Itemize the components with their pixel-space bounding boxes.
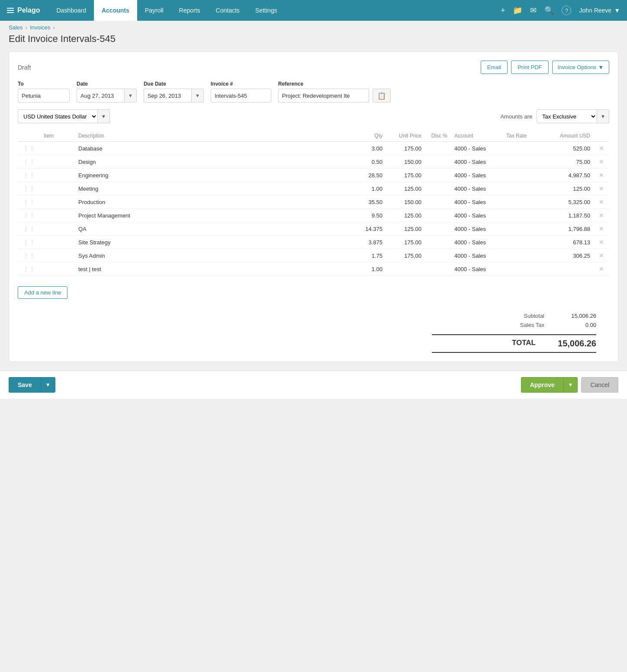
- disc-cell[interactable]: [425, 262, 451, 276]
- nav-item-payroll[interactable]: Payroll: [137, 0, 171, 21]
- currency-arrow[interactable]: ▼: [98, 109, 110, 123]
- account-cell[interactable]: 4000 - Sales: [451, 222, 503, 236]
- currency-select[interactable]: USD United States Dollar: [18, 109, 98, 123]
- unit-price-cell[interactable]: 125.00: [386, 209, 425, 222]
- nav-item-settings[interactable]: Settings: [248, 0, 285, 21]
- drag-handle-icon[interactable]: ⋮⋮: [21, 266, 37, 272]
- unit-price-cell[interactable]: [386, 262, 425, 276]
- account-cell[interactable]: 4000 - Sales: [451, 182, 503, 195]
- nav-item-contacts[interactable]: Contacts: [208, 0, 248, 21]
- folder-icon[interactable]: 📁: [513, 6, 522, 15]
- unit-price-cell[interactable]: 175.00: [386, 142, 425, 155]
- account-cell[interactable]: 4000 - Sales: [451, 195, 503, 209]
- disc-cell[interactable]: [425, 195, 451, 209]
- save-button[interactable]: Save: [9, 377, 41, 393]
- date-input[interactable]: [77, 89, 124, 102]
- item-cell[interactable]: [40, 222, 75, 236]
- breadcrumb-sales[interactable]: Sales: [9, 24, 23, 31]
- to-input[interactable]: [18, 89, 70, 102]
- unit-price-cell[interactable]: 125.00: [386, 182, 425, 195]
- delete-row-icon[interactable]: ✕: [597, 158, 606, 165]
- qty-cell[interactable]: 3.00: [356, 142, 386, 155]
- email-button[interactable]: Email: [481, 61, 508, 74]
- item-cell[interactable]: [40, 249, 75, 262]
- drag-handle-icon[interactable]: ⋮⋮: [21, 145, 37, 152]
- qty-cell[interactable]: 14.375: [356, 222, 386, 236]
- account-cell[interactable]: 4000 - Sales: [451, 262, 503, 276]
- approve-dropdown-button[interactable]: ▼: [563, 377, 578, 393]
- tax-rate-cell[interactable]: [503, 195, 546, 209]
- disc-cell[interactable]: [425, 222, 451, 236]
- disc-cell[interactable]: [425, 169, 451, 182]
- cancel-button[interactable]: Cancel: [581, 377, 618, 393]
- account-cell[interactable]: 4000 - Sales: [451, 142, 503, 155]
- account-cell[interactable]: 4000 - Sales: [451, 236, 503, 249]
- description-cell[interactable]: Meeting: [75, 182, 356, 195]
- item-cell[interactable]: [40, 236, 75, 249]
- unit-price-cell[interactable]: 175.00: [386, 169, 425, 182]
- drag-handle-icon[interactable]: ⋮⋮: [21, 212, 37, 219]
- description-cell[interactable]: Design: [75, 155, 356, 169]
- help-icon[interactable]: ?: [562, 6, 571, 15]
- drag-handle-icon[interactable]: ⋮⋮: [21, 225, 37, 232]
- qty-cell[interactable]: 1.00: [356, 262, 386, 276]
- amounts-arrow[interactable]: ▼: [597, 109, 609, 123]
- disc-cell[interactable]: [425, 209, 451, 222]
- app-logo[interactable]: Pelago: [7, 6, 40, 14]
- qty-cell[interactable]: 35.50: [356, 195, 386, 209]
- tax-rate-cell[interactable]: [503, 236, 546, 249]
- qty-cell[interactable]: 9.50: [356, 209, 386, 222]
- print-pdf-button[interactable]: Print PDF: [511, 61, 548, 74]
- description-cell[interactable]: QA: [75, 222, 356, 236]
- item-cell[interactable]: [40, 142, 75, 155]
- delete-row-icon[interactable]: ✕: [597, 239, 606, 246]
- nav-item-dashboard[interactable]: Dashboard: [48, 0, 94, 21]
- account-cell[interactable]: 4000 - Sales: [451, 155, 503, 169]
- qty-cell[interactable]: 28.50: [356, 169, 386, 182]
- copy-reference-btn[interactable]: 📋: [373, 89, 391, 102]
- tax-rate-cell[interactable]: [503, 169, 546, 182]
- tax-rate-cell[interactable]: [503, 182, 546, 195]
- tax-rate-cell[interactable]: [503, 155, 546, 169]
- approve-button[interactable]: Approve: [521, 377, 563, 393]
- search-icon[interactable]: 🔍: [544, 6, 554, 15]
- delete-row-icon[interactable]: ✕: [597, 212, 606, 219]
- description-cell[interactable]: Project Management: [75, 209, 356, 222]
- delete-row-icon[interactable]: ✕: [597, 145, 606, 152]
- add-line-button[interactable]: Add a new line: [18, 286, 68, 299]
- breadcrumb-invoices[interactable]: Invoices: [30, 24, 51, 31]
- item-cell[interactable]: [40, 262, 75, 276]
- unit-price-cell[interactable]: 150.00: [386, 155, 425, 169]
- tax-rate-cell[interactable]: [503, 209, 546, 222]
- item-cell[interactable]: [40, 209, 75, 222]
- hamburger-menu[interactable]: [7, 8, 14, 13]
- description-cell[interactable]: Sys Admin: [75, 249, 356, 262]
- user-menu[interactable]: John Reeve ▼: [579, 7, 620, 14]
- account-cell[interactable]: 4000 - Sales: [451, 169, 503, 182]
- description-cell[interactable]: Production: [75, 195, 356, 209]
- amounts-select[interactable]: Tax Exclusive: [537, 109, 597, 123]
- account-cell[interactable]: 4000 - Sales: [451, 209, 503, 222]
- qty-cell[interactable]: 1.75: [356, 249, 386, 262]
- save-dropdown-button[interactable]: ▼: [41, 377, 55, 393]
- tax-rate-cell[interactable]: [503, 249, 546, 262]
- add-icon[interactable]: +: [501, 6, 505, 15]
- unit-price-cell[interactable]: 175.00: [386, 249, 425, 262]
- disc-cell[interactable]: [425, 249, 451, 262]
- mail-icon[interactable]: ✉: [530, 6, 537, 15]
- item-cell[interactable]: [40, 195, 75, 209]
- account-cell[interactable]: 4000 - Sales: [451, 249, 503, 262]
- delete-row-icon[interactable]: ✕: [597, 252, 606, 259]
- disc-cell[interactable]: [425, 155, 451, 169]
- reference-input[interactable]: [278, 89, 369, 102]
- unit-price-cell[interactable]: 125.00: [386, 222, 425, 236]
- tax-rate-cell[interactable]: [503, 222, 546, 236]
- delete-row-icon[interactable]: ✕: [597, 172, 606, 179]
- nav-item-reports[interactable]: Reports: [171, 0, 208, 21]
- drag-handle-icon[interactable]: ⋮⋮: [21, 185, 37, 192]
- delete-row-icon[interactable]: ✕: [597, 198, 606, 205]
- qty-cell[interactable]: 0.50: [356, 155, 386, 169]
- description-cell[interactable]: test | test: [75, 262, 356, 276]
- delete-row-icon[interactable]: ✕: [597, 225, 606, 232]
- item-cell[interactable]: [40, 169, 75, 182]
